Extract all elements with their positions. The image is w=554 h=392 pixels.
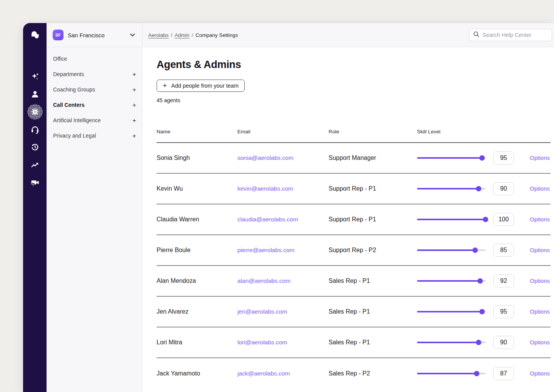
skill-slider[interactable] xyxy=(417,186,486,191)
agent-email-link[interactable]: kevin@aerolabs.com xyxy=(237,185,329,192)
trending-up-icon[interactable] xyxy=(30,160,40,170)
skill-value-input[interactable] xyxy=(493,182,514,195)
history-icon[interactable] xyxy=(30,142,40,152)
options-link[interactable]: Options xyxy=(530,277,550,284)
agent-role: Sales Rep - P2 xyxy=(329,370,417,377)
skill-slider[interactable] xyxy=(417,340,486,345)
options-link[interactable]: Options xyxy=(530,185,550,192)
breadcrumb-company-settings: Company Settings xyxy=(195,32,238,38)
agent-name: Sonia Singh xyxy=(157,154,237,161)
plus-icon[interactable]: + xyxy=(132,71,136,78)
skill-value-input[interactable] xyxy=(493,305,514,318)
skill-slider[interactable] xyxy=(417,155,486,161)
page-title: Agents & Admins xyxy=(157,59,554,71)
skill-slider[interactable] xyxy=(417,371,486,376)
breadcrumb-separator: / xyxy=(192,32,193,38)
sidebar-item-artificial-intelligence[interactable]: Artificial Intelligence + xyxy=(47,113,142,128)
agent-name: Alan Mendoza xyxy=(157,277,237,284)
options-link[interactable]: Options xyxy=(530,247,550,253)
plus-icon[interactable]: + xyxy=(132,102,136,108)
agent-email-link[interactable]: lori@aerolabs.com xyxy=(237,339,329,346)
headset-icon[interactable] xyxy=(30,125,40,135)
help-search[interactable] xyxy=(469,29,552,41)
skill-value-input[interactable] xyxy=(493,274,514,287)
skill-value-input[interactable] xyxy=(493,213,514,226)
top-bar: Aerolabs/Admin/Company Settings xyxy=(142,23,554,47)
slider-handle[interactable] xyxy=(483,217,488,222)
sidebar-item-departments[interactable]: Departments + xyxy=(47,66,142,82)
agent-role: Sales Rep - P1 xyxy=(329,308,417,315)
workspace-selector[interactable]: SF San Francisco xyxy=(47,23,142,47)
skill-slider[interactable] xyxy=(417,309,486,314)
table-row: Alan Mendoza alan@aerolabs.com Sales Rep… xyxy=(157,266,551,297)
slider-fill xyxy=(417,188,479,189)
col-header-role: Role xyxy=(329,129,417,135)
sidebar-item-coaching-groups[interactable]: Coaching Groups + xyxy=(47,82,142,97)
slider-handle[interactable] xyxy=(476,186,481,191)
slider-handle[interactable] xyxy=(479,309,485,314)
add-people-button[interactable]: + Add people from your team xyxy=(157,80,245,92)
plus-icon[interactable]: + xyxy=(132,117,136,124)
search-input[interactable] xyxy=(482,32,548,38)
skill-slider[interactable] xyxy=(417,217,486,222)
options-link[interactable]: Options xyxy=(530,370,550,377)
settings-icon[interactable] xyxy=(30,107,40,117)
agent-email-link[interactable]: pierre@aerolabs.com xyxy=(237,247,329,254)
agent-email-link[interactable]: claudia@aerolabs.com xyxy=(237,216,329,223)
breadcrumb-separator: / xyxy=(171,32,172,38)
slider-handle[interactable] xyxy=(479,155,485,161)
table-row: Claudia Warren claudia@aerolabs.com Supp… xyxy=(157,204,551,235)
plus-icon[interactable]: + xyxy=(132,133,136,139)
options-link[interactable]: Options xyxy=(530,216,550,223)
slider-handle[interactable] xyxy=(472,247,478,253)
agent-email-link[interactable]: jack@aerolabs.com xyxy=(237,370,329,377)
sidebar-item-privacy-and-legal[interactable]: Privacy and Legal + xyxy=(47,128,142,143)
options-link[interactable]: Options xyxy=(530,154,550,161)
options-link[interactable]: Options xyxy=(530,339,550,345)
sidebar-item-office[interactable]: Office xyxy=(47,51,142,66)
agent-name: Lori Mitra xyxy=(157,339,237,346)
slider-handle[interactable] xyxy=(477,278,483,284)
skill-value-input[interactable] xyxy=(493,244,514,257)
skill-slider[interactable] xyxy=(417,247,486,253)
slider-fill xyxy=(417,342,479,343)
skill-value-input[interactable] xyxy=(493,151,514,164)
breadcrumb-admin[interactable]: Admin xyxy=(175,32,189,38)
skill-value-input[interactable] xyxy=(493,367,514,380)
agents-table: Name Email Role Skill Level Sonia Singh … xyxy=(157,129,551,389)
slider-fill xyxy=(417,311,482,312)
chevron-down-icon xyxy=(130,32,135,38)
options-link[interactable]: Options xyxy=(530,308,550,315)
main-column: Aerolabs/Admin/Company Settings Agents &… xyxy=(142,23,554,392)
sidebar-item-label: Artificial Intelligence xyxy=(53,117,101,123)
col-header-skill: Skill Level xyxy=(417,129,493,135)
agent-role: Support Rep - P2 xyxy=(329,247,417,254)
agent-role: Support Manager xyxy=(329,154,417,161)
agent-email-link[interactable]: sonia@aerolabs.com xyxy=(237,154,329,161)
sidebar-item-call-centers[interactable]: Call Centers + xyxy=(47,97,142,113)
video-settings-icon[interactable] xyxy=(30,178,40,188)
app-logo xyxy=(29,30,41,41)
plus-icon[interactable]: + xyxy=(132,86,136,93)
slider-handle[interactable] xyxy=(476,340,481,345)
workspace-badge: SF xyxy=(53,30,63,40)
main-content: Agents & Admins + Add people from your t… xyxy=(142,47,554,392)
skill-value-input[interactable] xyxy=(493,336,514,349)
breadcrumb-aerolabs[interactable]: Aerolabs xyxy=(148,32,169,38)
agent-name: Jack Yamamoto xyxy=(157,370,237,377)
person-icon[interactable] xyxy=(30,89,40,99)
sparkles-icon[interactable] xyxy=(30,71,40,81)
slider-fill xyxy=(417,373,477,374)
agent-name: Pierre Boule xyxy=(157,247,237,254)
slider-handle[interactable] xyxy=(474,371,479,376)
table-row: Jen Alvarez jen@aerolabs.com Sales Rep -… xyxy=(157,297,551,327)
table-row: Jack Yamamoto jack@aerolabs.com Sales Re… xyxy=(157,358,551,389)
agent-email-link[interactable]: jen@aerolabs.com xyxy=(237,308,329,315)
icon-rail xyxy=(23,23,47,392)
sidebar-nav: Office Departments + Coaching Groups + C… xyxy=(47,47,142,143)
col-header-name: Name xyxy=(157,129,237,135)
skill-slider[interactable] xyxy=(417,278,486,284)
agent-email-link[interactable]: alan@aerolabs.com xyxy=(237,277,329,284)
plus-icon: + xyxy=(163,82,167,89)
breadcrumb: Aerolabs/Admin/Company Settings xyxy=(148,32,238,38)
